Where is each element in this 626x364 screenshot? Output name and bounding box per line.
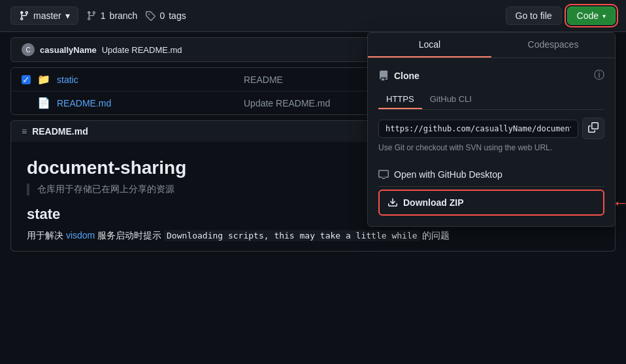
download-zip-label: Download ZIP [403,197,464,208]
panel-tabs: Local Codespaces [368,33,615,58]
download-icon [387,197,398,208]
main-content: C casuallyName Update README.md ✓ 📁 stat… [0,32,626,257]
list-icon: ≡ [22,126,27,137]
branch-icon [19,10,29,21]
readme-body: 用于解决 visdom 服务启动时提示 Downloading scripts,… [27,228,599,243]
file-name[interactable]: README.md [57,98,237,108]
code-snippet: Downloading scripts, this may take a lit… [164,230,420,241]
open-desktop-label: Open with GitHub Desktop [394,169,502,180]
top-bar: master ▾ 1 branch 0 tags Go to file Code… [0,0,626,32]
code-button[interactable]: Code ▾ [567,7,616,25]
commit-message: Update README.md [102,45,182,55]
desktop-icon [378,169,389,180]
download-arrow: ← [612,193,626,213]
branch-name: master [33,10,61,21]
tag-icon [145,10,156,21]
fork-icon [86,10,97,21]
help-icon[interactable]: ⓘ [594,69,604,82]
code-dropdown-panel: Local Codespaces Clone ⓘ HTTPS GitHub CL… [367,32,616,227]
clone-title: Clone [378,71,420,81]
clone-url-input[interactable] [378,120,578,138]
url-row [378,118,604,139]
commit-author[interactable]: casuallyName [40,45,97,55]
folder-icon: 📁 [37,73,50,86]
download-zip-wrapper: Download ZIP ← [378,190,604,216]
readme-title: README.md [32,126,88,137]
panel-body: Clone ⓘ HTTPS GitHub CLI Use Git or chec… [368,58,615,226]
file-icon: 📄 [37,97,50,109]
file-checkbox[interactable]: ✓ [22,75,31,84]
go-to-file-button[interactable]: Go to file [506,7,562,25]
download-zip-row[interactable]: Download ZIP [378,190,604,216]
copy-url-button[interactable] [582,118,604,139]
highlight-visdom: visdom [66,230,95,240]
tab-codespaces[interactable]: Codespaces [491,33,615,58]
open-desktop-row[interactable]: Open with GitHub Desktop [378,163,604,187]
clone-sub-tabs: HTTPS GitHub CLI [378,90,604,110]
clone-label: Clone [394,71,420,81]
url-help-text: Use Git or checkout with SVN using the w… [378,143,604,152]
branch-count[interactable]: 1 branch [86,10,138,21]
clone-header: Clone ⓘ [378,69,604,82]
copy-icon [588,122,599,133]
avatar: C [22,43,35,56]
file-name[interactable]: static [57,74,237,85]
sub-tab-cli[interactable]: GitHub CLI [422,90,480,109]
branch-selector[interactable]: master ▾ [10,7,78,25]
top-bar-right: Go to file Code ▾ [506,7,616,25]
tag-count[interactable]: 0 tags [145,10,186,21]
clone-icon [378,71,389,81]
tab-local[interactable]: Local [368,33,491,58]
sub-tab-https[interactable]: HTTPS [378,90,422,109]
